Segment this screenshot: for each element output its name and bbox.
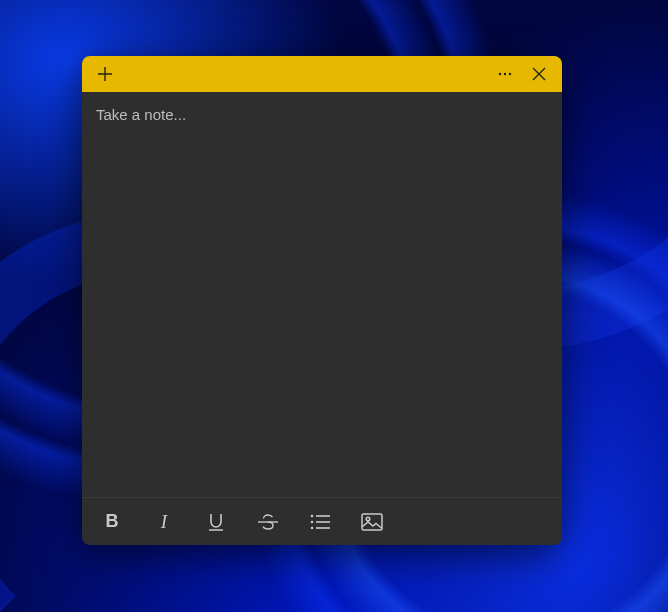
bullet-list-icon — [310, 514, 330, 530]
strikethrough-button[interactable] — [256, 510, 280, 534]
sticky-note-window: Take a note... B I — [82, 56, 562, 545]
format-bar: B I — [82, 497, 562, 545]
new-note-button[interactable] — [88, 57, 122, 91]
plus-icon — [97, 66, 113, 82]
titlebar — [82, 56, 562, 92]
strikethrough-icon — [257, 513, 279, 531]
italic-button[interactable]: I — [152, 510, 176, 534]
svg-rect-15 — [362, 514, 382, 530]
bullet-list-button[interactable] — [308, 510, 332, 534]
svg-point-2 — [499, 73, 501, 75]
note-body[interactable]: Take a note... — [82, 92, 562, 497]
insert-image-button[interactable] — [360, 510, 384, 534]
svg-point-16 — [366, 517, 370, 521]
note-placeholder: Take a note... — [96, 106, 186, 123]
italic-icon: I — [161, 511, 167, 533]
close-note-button[interactable] — [522, 57, 556, 91]
svg-point-9 — [311, 514, 314, 517]
more-options-button[interactable] — [488, 57, 522, 91]
svg-point-11 — [311, 520, 314, 523]
bold-icon: B — [106, 511, 119, 532]
svg-point-3 — [504, 73, 506, 75]
underline-icon — [207, 512, 225, 532]
svg-point-13 — [311, 526, 314, 529]
more-horizontal-icon — [497, 66, 513, 82]
picture-icon — [361, 513, 383, 531]
bold-button[interactable]: B — [100, 510, 124, 534]
svg-point-4 — [509, 73, 511, 75]
close-icon — [532, 67, 546, 81]
underline-button[interactable] — [204, 510, 228, 534]
